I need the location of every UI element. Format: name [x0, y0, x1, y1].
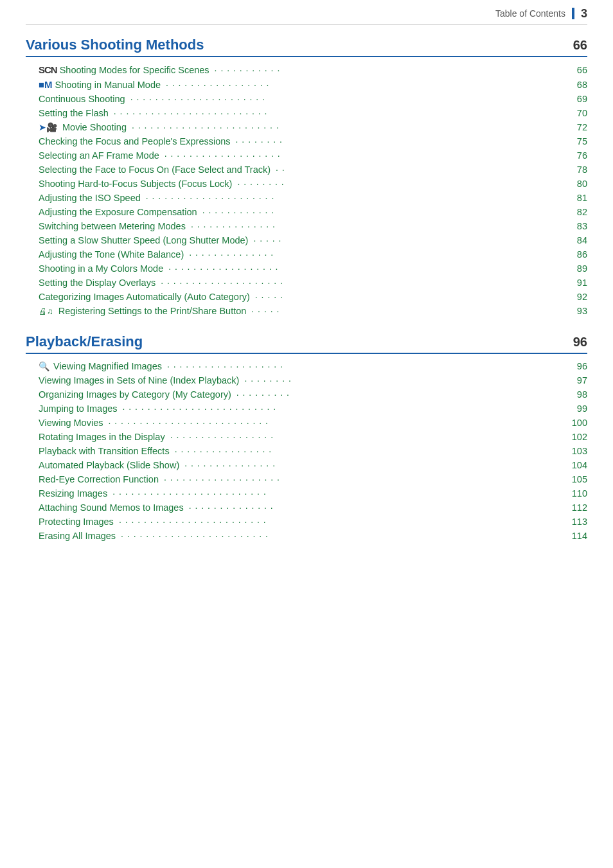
- toc-item-label: 🖨♫ Registering Settings to the Print/Sha…: [39, 306, 568, 316]
- toc-item-label: Resizing Images · · · · · · · · · · · · …: [39, 488, 568, 499]
- toc-item[interactable]: Viewing Images in Sets of Nine (Index Pl…: [26, 373, 587, 387]
- header-right: Table of Contents 3: [495, 8, 587, 19]
- toc-entry-text: Selecting an AF Frame Mode: [39, 150, 159, 161]
- toc-entry-page: 84: [568, 235, 587, 245]
- toc-dots: · · · · · · · · · · · · · · · · · · · · …: [110, 488, 568, 499]
- toc-dots: · · · · ·: [251, 235, 568, 245]
- toc-dots: · · · · · · · · ·: [234, 389, 568, 400]
- toc-item[interactable]: SCN Shooting Modes for Specific Scenes ·…: [26, 62, 587, 77]
- toc-item-label: Setting a Slow Shutter Speed (Long Shutt…: [39, 235, 568, 245]
- toc-item[interactable]: Attaching Sound Memos to Images · · · · …: [26, 500, 587, 515]
- toc-dots: · · · · ·: [253, 292, 568, 302]
- section-title-playback-erasing: Playback/Erasing: [26, 333, 143, 350]
- toc-item[interactable]: Selecting an AF Frame Mode · · · · · · ·…: [26, 148, 587, 163]
- toc-item[interactable]: Checking the Focus and People's Expressi…: [26, 134, 587, 148]
- toc-item[interactable]: Selecting the Face to Focus On (Face Sel…: [26, 163, 587, 177]
- toc-item[interactable]: Switching between Metering Modes · · · ·…: [26, 219, 587, 233]
- toc-item[interactable]: Setting a Slow Shutter Speed (Long Shutt…: [26, 233, 587, 247]
- toc-entry-text: Continuous Shooting: [39, 94, 125, 104]
- toc-entry-page: 68: [568, 80, 587, 90]
- toc-entry-text: Categorizing Images Automatically (Auto …: [39, 292, 250, 302]
- toc-dots: · · · · · · · · · · · · · · · · ·: [163, 80, 568, 90]
- toc-dots: · · · · · · · ·: [235, 179, 568, 189]
- toc-entry-page: 76: [568, 150, 587, 161]
- toc-item[interactable]: Shooting in a My Colors Mode · · · · · ·…: [26, 261, 587, 276]
- toc-item-label: Categorizing Images Automatically (Auto …: [39, 292, 568, 302]
- toc-entry-text: Organizing Images by Category (My Catego…: [39, 389, 231, 400]
- toc-dots: · · · · · · · · · · · · · · · · · · · · …: [105, 418, 568, 428]
- toc-entry-text: Viewing Magnified Images: [53, 361, 162, 371]
- toc-item[interactable]: Shooting Hard-to-Focus Subjects (Focus L…: [26, 177, 587, 191]
- toc-item-label: Erasing All Images · · · · · · · · · · ·…: [39, 531, 568, 541]
- toc-item[interactable]: Playback with Transition Effects · · · ·…: [26, 444, 587, 458]
- movie-icon: ➤🎥: [39, 122, 57, 132]
- toc-item[interactable]: Resizing Images · · · · · · · · · · · · …: [26, 486, 587, 500]
- toc-item[interactable]: Continuous Shooting · · · · · · · · · · …: [26, 92, 587, 106]
- toc-item[interactable]: Automated Playback (Slide Show) · · · · …: [26, 458, 587, 472]
- toc-item-label: Switching between Metering Modes · · · ·…: [39, 221, 568, 231]
- section-title-various-shooting-methods: Various Shooting Methods: [26, 37, 204, 53]
- toc-item[interactable]: Viewing Movies · · · · · · · · · · · · ·…: [26, 416, 587, 430]
- header-page-number: 3: [572, 8, 587, 19]
- toc-item[interactable]: Adjusting the Exposure Compensation · · …: [26, 205, 587, 219]
- toc-item[interactable]: Categorizing Images Automatically (Auto …: [26, 290, 587, 304]
- toc-dots: · · · · · · · · · · ·: [212, 65, 568, 75]
- toc-entry-page: 98: [568, 389, 587, 400]
- toc-entry-text: Shooting in a My Colors Mode: [39, 263, 163, 274]
- toc-entry-page: 89: [568, 263, 587, 274]
- print-share-icon: 🖨♫: [39, 306, 53, 316]
- toc-entry-page: 69: [568, 94, 587, 104]
- toc-entry-page: 81: [568, 193, 587, 203]
- toc-item[interactable]: Adjusting the Tone (White Balance) · · ·…: [26, 247, 587, 261]
- toc-entry-page: 66: [568, 65, 587, 75]
- toc-entry-page: 82: [568, 207, 587, 217]
- toc-item[interactable]: Protecting Images · · · · · · · · · · · …: [26, 515, 587, 529]
- toc-item[interactable]: Red-Eye Correction Function · · · · · · …: [26, 472, 587, 486]
- toc-item[interactable]: ■M Shooting in Manual Mode · · · · · · ·…: [26, 77, 587, 92]
- toc-item[interactable]: Adjusting the ISO Speed · · · · · · · · …: [26, 191, 587, 205]
- toc-item[interactable]: Jumping to Images · · · · · · · · · · · …: [26, 402, 587, 416]
- toc-entry-page: 97: [568, 375, 587, 385]
- toc-entry-text: Resizing Images: [39, 488, 107, 499]
- toc-entry-page: 114: [568, 531, 587, 541]
- toc-item[interactable]: Rotating Images in the Display · · · · ·…: [26, 430, 587, 444]
- toc-item[interactable]: Setting the Flash · · · · · · · · · · · …: [26, 106, 587, 120]
- toc-item-label: Organizing Images by Category (My Catego…: [39, 389, 568, 400]
- toc-dots: · · · · ·: [249, 306, 568, 316]
- toc-entry-text: Adjusting the ISO Speed: [39, 193, 141, 203]
- toc-entry-text: Red-Eye Correction Function: [39, 474, 159, 484]
- toc-item[interactable]: Setting the Display Overlays · · · · · ·…: [26, 276, 587, 290]
- toc-entry-page: 86: [568, 249, 587, 260]
- toc-entry-page: 105: [568, 474, 587, 484]
- toc-item-label: Adjusting the ISO Speed · · · · · · · · …: [39, 193, 568, 203]
- toc-entry-page: 99: [568, 403, 587, 414]
- toc-entry-page: 110: [568, 488, 587, 499]
- toc-item[interactable]: ➤🎥 Movie Shooting · · · · · · · · · · · …: [26, 120, 587, 134]
- toc-entry-page: 103: [568, 446, 587, 456]
- toc-dots: · · · · · · · · · · · · · · · · · · ·: [162, 150, 568, 161]
- toc-entry-text: Switching between Metering Modes: [39, 221, 186, 231]
- toc-entry-page: 96: [568, 361, 587, 371]
- toc-entry-page: 91: [568, 278, 587, 288]
- toc-item-label: Viewing Movies · · · · · · · · · · · · ·…: [39, 418, 568, 428]
- toc-item[interactable]: 🔍 Viewing Magnified Images · · · · · · ·…: [26, 359, 587, 373]
- toc-dots: · · · · · · · ·: [242, 375, 568, 385]
- toc-entry-text: Setting the Display Overlays: [39, 278, 155, 288]
- toc-entry-page: 78: [568, 164, 587, 175]
- toc-dots: · · · · · · · · · · · · · · ·: [182, 460, 568, 470]
- toc-dots: · ·: [273, 164, 568, 175]
- toc-entry-page: 112: [568, 502, 587, 513]
- toc-entry-page: 93: [568, 306, 587, 316]
- toc-item-label: Shooting in a My Colors Mode · · · · · ·…: [39, 263, 568, 274]
- toc-entry-text: Protecting Images: [39, 517, 114, 527]
- section-page-playback-erasing: 96: [573, 335, 587, 350]
- toc-entry-text: Viewing Images in Sets of Nine (Index Pl…: [39, 375, 239, 385]
- toc-item[interactable]: 🖨♫ Registering Settings to the Print/Sha…: [26, 304, 587, 318]
- toc-entry-text: Adjusting the Tone (White Balance): [39, 249, 184, 260]
- toc-entry-page: 92: [568, 292, 587, 302]
- toc-item[interactable]: Erasing All Images · · · · · · · · · · ·…: [26, 529, 587, 543]
- toc-entry-page: 72: [568, 122, 587, 132]
- toc-item[interactable]: Organizing Images by Category (My Catego…: [26, 387, 587, 402]
- toc-entry-text: Attaching Sound Memos to Images: [39, 502, 184, 513]
- toc-list-playback-erasing: 🔍 Viewing Magnified Images · · · · · · ·…: [26, 359, 587, 543]
